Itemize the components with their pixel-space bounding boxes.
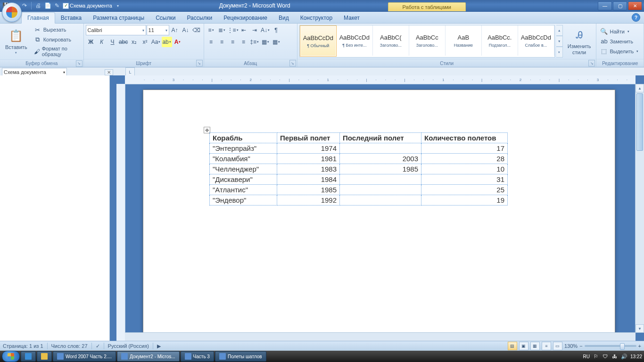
view-draft[interactable]: ▭ (553, 342, 562, 350)
redo-icon[interactable]: ↷ (21, 2, 28, 9)
table-cell[interactable] (340, 174, 421, 185)
table-cell[interactable]: 25 (421, 185, 508, 195)
tab-table-layout[interactable]: Макет (338, 13, 365, 23)
table-cell[interactable]: 1981 (277, 154, 340, 164)
help-icon[interactable]: ? (632, 13, 640, 22)
borders-button[interactable]: ▦ (271, 37, 281, 47)
font-size-select[interactable]: 11▾ (147, 25, 169, 35)
highlight-button[interactable]: ab (162, 37, 172, 47)
table-cell[interactable]: "Челленджер" (210, 164, 277, 174)
table-header[interactable]: Корабль (210, 133, 277, 143)
underline-button[interactable]: Ч (107, 37, 118, 47)
table-cell[interactable]: 2003 (340, 154, 421, 164)
minimize-button[interactable]: — (598, 1, 612, 10)
style-item[interactable]: AaBbCc.Подзагол... (482, 25, 518, 56)
style-item[interactable]: AaBНазвание (446, 25, 482, 56)
line-spacing-button[interactable]: ‡≡ (249, 37, 260, 47)
gallery-down-icon[interactable]: ▼ (556, 36, 563, 47)
tab-references[interactable]: Ссылки (150, 13, 181, 23)
status-macro-icon[interactable]: ▶ (157, 343, 161, 349)
sort-button[interactable]: A↓ (260, 25, 271, 35)
view-print-layout[interactable]: ▤ (508, 342, 517, 350)
change-case-button[interactable]: Aa (151, 37, 161, 47)
tray-shield-icon[interactable]: 🛡 (602, 353, 609, 360)
cut-button[interactable]: ✂Вырезать (32, 25, 82, 34)
zoom-out-button[interactable]: − (579, 343, 582, 349)
table-cell[interactable]: 17 (421, 143, 508, 154)
italic-button[interactable]: К (97, 37, 107, 47)
edit-icon[interactable]: ✎ (53, 2, 61, 9)
table-cell[interactable]: "Дискавери" (210, 174, 277, 185)
table-cell[interactable]: 1992 (277, 195, 340, 206)
style-item[interactable]: AaBbCcЗаголово... (409, 25, 446, 56)
table-cell[interactable] (340, 185, 421, 195)
print-preview-icon[interactable]: 🖨 (34, 2, 42, 9)
font-name-select[interactable]: Calibri▾ (86, 25, 146, 35)
new-doc-icon[interactable]: 📄 (44, 2, 51, 9)
para-dialog-icon[interactable]: ↘ (289, 60, 296, 66)
scroll-thumb[interactable] (636, 93, 643, 151)
status-proofing-icon[interactable]: ✓ (96, 343, 100, 349)
table-header[interactable]: Количество полетов (421, 133, 508, 143)
tab-page-layout[interactable]: Разметка страницы (87, 13, 150, 23)
maximize-button[interactable]: ▢ (613, 1, 627, 10)
align-right-button[interactable]: ≡ (228, 37, 238, 47)
indent-dec-button[interactable]: ⇤ (239, 25, 249, 35)
table-cell[interactable]: "Эндевор" (210, 195, 277, 206)
align-center-button[interactable]: ≡ (217, 37, 227, 47)
close-button[interactable]: ✕ (628, 1, 642, 10)
taskbar-app[interactable]: Часть 3 (181, 351, 214, 362)
doc-map-checkbox[interactable]: ✓Схема документа (63, 3, 112, 9)
style-item[interactable]: AaBbCcDd¶ Обычный (300, 25, 337, 57)
document-table[interactable]: КорабльПервый полетПоследний полетКоличе… (209, 132, 508, 206)
styles-gallery[interactable]: AaBbCcDd¶ ОбычныйAaBbCcDd¶ Без инте...Aa… (299, 25, 555, 58)
subscript-button[interactable]: x₂ (129, 37, 140, 47)
scroll-down-icon[interactable]: ▼ (636, 324, 644, 333)
navigation-pane[interactable] (0, 75, 110, 341)
table-cell[interactable]: 1984 (277, 174, 340, 185)
style-item[interactable]: AaBbCcDd¶ Без инте... (337, 25, 373, 56)
start-button[interactable] (2, 351, 20, 362)
shrink-font-icon[interactable]: A↓ (181, 25, 191, 35)
align-left-button[interactable]: ≡ (206, 37, 216, 47)
tab-insert[interactable]: Вставка (55, 13, 88, 23)
replace-button[interactable]: abЗаменить (598, 37, 640, 46)
navpane-close-icon[interactable]: ✕ (105, 69, 113, 75)
format-painter-button[interactable]: 🖌Формат по образцу (32, 45, 82, 58)
taskbar-app[interactable]: Документ2 - Micros... (117, 351, 180, 362)
tab-mailings[interactable]: Рассылки (181, 13, 218, 23)
zoom-level[interactable]: 130% (564, 343, 578, 349)
table-row[interactable]: "Атлантис"198525 (210, 185, 508, 195)
superscript-button[interactable]: x² (140, 37, 150, 47)
font-color-button[interactable]: A (173, 37, 183, 47)
show-marks-button[interactable]: ¶ (271, 25, 281, 35)
horizontal-ruler[interactable]: ···3···|···2···|···1···|···|···1···|···2… (125, 75, 636, 84)
table-row[interactable]: "Дискавери"198431 (210, 174, 508, 185)
grow-font-icon[interactable]: A↑ (170, 25, 180, 35)
gallery-up-icon[interactable]: ▲ (556, 25, 563, 36)
vertical-scrollbar[interactable]: ▲ ▼ (635, 84, 644, 333)
table-cell[interactable]: "Атлантис" (210, 185, 277, 195)
gallery-more-icon[interactable]: ▾ (556, 47, 563, 58)
tab-review[interactable]: Рецензирование (218, 13, 273, 23)
strike-button[interactable]: abc (118, 37, 129, 47)
clear-format-icon[interactable]: ⌫ (191, 25, 202, 35)
select-button[interactable]: ⬚Выделить▾ (598, 47, 640, 56)
table-row[interactable]: "Энтерпрайз"197417 (210, 143, 508, 154)
table-cell[interactable]: "Энтерпрайз" (210, 143, 277, 154)
multilevel-button[interactable]: ⋮≡ (228, 25, 238, 35)
indent-inc-button[interactable]: ⇥ (249, 25, 260, 35)
zoom-in-button[interactable]: + (638, 343, 641, 349)
style-item[interactable]: AaBbC(Заголово... (373, 25, 409, 56)
change-styles-button[interactable]: Ꭿ Изменить стили (564, 25, 594, 58)
copy-button[interactable]: ⧉Копировать (32, 35, 82, 44)
scroll-up-icon[interactable]: ▲ (636, 84, 644, 92)
table-cell[interactable]: 10 (421, 164, 508, 174)
table-cell[interactable]: 28 (421, 154, 508, 164)
taskbar-ie-icon[interactable] (21, 351, 36, 362)
table-cell[interactable]: 19 (421, 195, 508, 206)
tray-network-icon[interactable]: 🖧 (611, 353, 618, 360)
bullets-button[interactable]: ≡ (206, 25, 216, 35)
table-header[interactable]: Последний полет (340, 133, 421, 143)
view-web[interactable]: ▦ (530, 342, 540, 350)
